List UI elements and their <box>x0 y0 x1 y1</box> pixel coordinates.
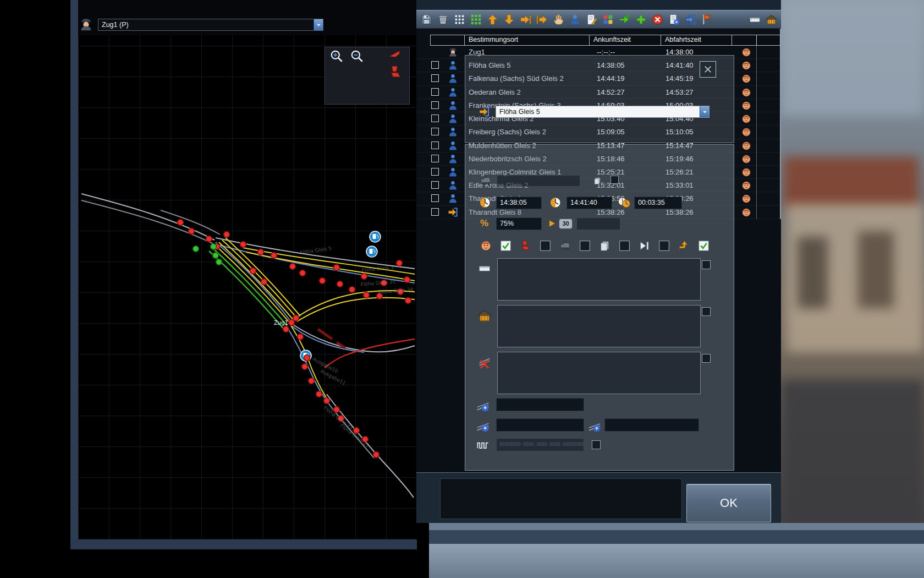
grid-small-button[interactable] <box>452 12 467 27</box>
face-icon[interactable] <box>741 101 751 111</box>
signal-node-green[interactable] <box>193 246 199 252</box>
signal-node[interactable] <box>206 236 212 242</box>
seat-red-icon[interactable] <box>520 240 531 252</box>
blocked-track-group-box[interactable] <box>497 352 701 394</box>
face-icon[interactable] <box>741 208 751 217</box>
insert-button[interactable] <box>534 12 549 27</box>
route-id-checkbox[interactable] <box>591 440 601 450</box>
row-checkbox[interactable] <box>431 181 439 189</box>
signal-node[interactable] <box>300 270 306 276</box>
grid-large-button[interactable] <box>468 12 483 27</box>
group1-checkbox[interactable] <box>701 260 711 270</box>
signal-node-green[interactable] <box>211 244 217 250</box>
signal-node-green[interactable] <box>216 259 222 265</box>
zoom-in-icon[interactable] <box>329 49 344 63</box>
signal-node[interactable] <box>337 281 343 287</box>
row-checkbox[interactable] <box>431 88 439 96</box>
signal-node[interactable] <box>397 260 403 266</box>
loco-icon[interactable] <box>559 240 571 252</box>
edit-list-button[interactable] <box>584 12 599 27</box>
red-seat-icon[interactable] <box>388 65 403 79</box>
header-arrival[interactable]: Ankunftszeit <box>589 35 661 46</box>
flag-button[interactable] <box>699 12 714 27</box>
fuel-icon[interactable] <box>366 246 377 257</box>
signal-node[interactable] <box>349 287 355 293</box>
option-checkbox[interactable] <box>619 240 630 252</box>
signal-node[interactable] <box>302 364 308 370</box>
depot-group-box[interactable] <box>497 305 701 347</box>
option-checkbox[interactable] <box>579 240 591 252</box>
row-checkbox[interactable] <box>431 194 439 202</box>
depot-button[interactable] <box>763 12 779 27</box>
face-icon[interactable] <box>741 114 751 124</box>
face-icon[interactable] <box>741 167 751 177</box>
departure-time-field[interactable]: 14:41:40 <box>566 197 612 209</box>
signal-node[interactable] <box>250 268 256 274</box>
touch-button[interactable] <box>551 12 566 27</box>
move-end-button[interactable] <box>518 12 533 27</box>
face-icon[interactable] <box>741 127 751 137</box>
ok-button[interactable]: OK <box>686 484 771 522</box>
header-departure[interactable]: Abfahrtszeit <box>661 35 732 46</box>
remove-button[interactable] <box>650 12 665 27</box>
passenger-button[interactable] <box>567 12 582 27</box>
face-icon[interactable] <box>741 154 751 164</box>
signal-node[interactable] <box>373 452 380 458</box>
group3-checkbox[interactable] <box>701 353 711 363</box>
option-checkbox[interactable] <box>658 240 670 252</box>
face-icon[interactable] <box>741 88 751 97</box>
route-add-button[interactable] <box>617 12 632 27</box>
signal-node[interactable] <box>271 253 277 259</box>
signal-node[interactable] <box>364 292 370 298</box>
row-checkbox[interactable] <box>431 155 439 162</box>
ruler-button[interactable] <box>747 12 762 27</box>
option-checkbox[interactable] <box>698 240 710 252</box>
tiles-button[interactable] <box>600 12 615 27</box>
signal-node[interactable] <box>224 232 230 238</box>
row-checkbox[interactable] <box>431 61 439 69</box>
signal-node[interactable] <box>240 242 246 248</box>
fuel-icon[interactable] <box>370 231 381 242</box>
arrival-time-field[interactable]: 14:38:05 <box>496 197 542 209</box>
face-icon[interactable] <box>741 61 751 70</box>
save-button[interactable] <box>419 12 434 27</box>
track-input-3[interactable] <box>604 418 699 432</box>
face-icon[interactable] <box>741 74 751 84</box>
track-input-1[interactable] <box>496 398 584 411</box>
destination-dropdown[interactable]: Flöha Gleis 5 <box>496 106 710 118</box>
move-up-button[interactable] <box>485 12 500 27</box>
signal-node-green[interactable] <box>213 253 219 259</box>
signal-node[interactable] <box>290 264 296 270</box>
schedule-checkbox[interactable] <box>610 175 619 184</box>
signal-node[interactable] <box>178 220 184 226</box>
signal-node[interactable] <box>283 326 289 332</box>
stop-duration-field[interactable]: 00:03:35 <box>634 197 682 209</box>
train-selector-arrow-button[interactable] <box>314 19 323 30</box>
skip-icon[interactable] <box>639 240 650 252</box>
add-button[interactable] <box>633 12 648 27</box>
face-icon[interactable] <box>741 194 751 204</box>
doc-settings-button[interactable] <box>666 12 681 27</box>
train-selector-dropdown[interactable]: Zug1 (P) <box>98 19 323 31</box>
speed-field[interactable] <box>576 217 620 230</box>
zoom-out-icon[interactable] <box>350 49 364 63</box>
row-checkbox[interactable] <box>431 128 439 135</box>
signal-node[interactable] <box>261 279 267 285</box>
signal-node[interactable] <box>304 355 310 361</box>
cards-icon[interactable] <box>599 240 610 252</box>
track-input-2[interactable] <box>496 418 584 432</box>
signal-node[interactable] <box>189 228 195 235</box>
option-checkbox[interactable] <box>540 240 551 252</box>
row-checkbox[interactable] <box>431 208 439 216</box>
signal-node[interactable] <box>334 265 340 271</box>
row-checkbox[interactable] <box>431 141 439 149</box>
header-destination[interactable]: Bestimmungsort <box>464 35 590 46</box>
row-checkbox[interactable] <box>431 168 439 176</box>
red-ramp-icon[interactable] <box>386 48 403 60</box>
signal-node[interactable] <box>258 249 264 255</box>
return-orange-icon[interactable] <box>678 240 690 252</box>
signal-node[interactable] <box>293 315 299 321</box>
track-map[interactable]: Flöha Gleis 5Flöha Gleis 3Flöha Gleis 35… <box>78 35 416 539</box>
delete-button[interactable] <box>435 12 450 27</box>
route-id-field[interactable]: 00000000-0000-0000-0000-000000000000 <box>496 438 584 451</box>
